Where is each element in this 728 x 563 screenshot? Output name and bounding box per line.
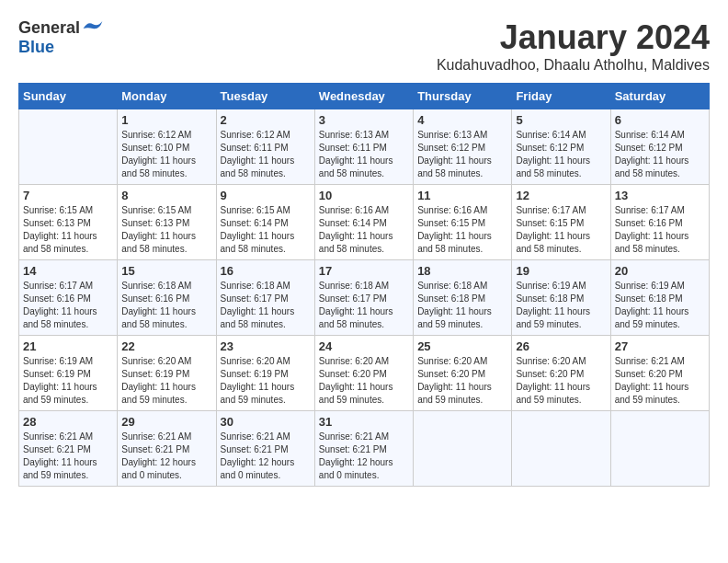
location-subtitle: Kudahuvadhoo, Dhaalu Atholhu, Maldives [437,57,710,74]
logo-bird-icon [82,19,104,38]
weekday-header-sunday: Sunday [19,84,118,109]
calendar-cell: 29Sunrise: 6:21 AM Sunset: 6:21 PM Dayli… [118,411,216,487]
weekday-header-friday: Friday [512,84,610,109]
month-title: January 2024 [437,18,710,57]
calendar-cell: 8Sunrise: 6:15 AM Sunset: 6:13 PM Daylig… [118,185,216,260]
day-number: 9 [221,189,311,202]
calendar-week-row: 21Sunrise: 6:19 AM Sunset: 6:19 PM Dayli… [19,336,710,411]
day-info: Sunrise: 6:18 AM Sunset: 6:17 PM Dayligh… [221,280,311,331]
calendar-cell [512,411,610,487]
page-header: General Blue January 2024 Kudahuvadhoo, … [18,18,710,74]
day-info: Sunrise: 6:14 AM Sunset: 6:12 PM Dayligh… [615,129,705,180]
calendar-cell: 24Sunrise: 6:20 AM Sunset: 6:20 PM Dayli… [314,336,413,411]
day-info: Sunrise: 6:20 AM Sunset: 6:19 PM Dayligh… [121,355,211,407]
calendar-cell: 5Sunrise: 6:14 AM Sunset: 6:12 PM Daylig… [512,109,610,185]
day-number: 12 [516,189,606,202]
logo-general-text: General [18,18,80,38]
day-info: Sunrise: 6:21 AM Sunset: 6:20 PM Dayligh… [615,355,705,407]
day-info: Sunrise: 6:15 AM Sunset: 6:13 PM Dayligh… [23,204,113,256]
calendar-cell: 9Sunrise: 6:15 AM Sunset: 6:14 PM Daylig… [216,185,314,260]
logo: General Blue [18,18,104,57]
day-number: 8 [121,189,211,202]
calendar-cell: 28Sunrise: 6:21 AM Sunset: 6:21 PM Dayli… [19,411,118,487]
day-info: Sunrise: 6:13 AM Sunset: 6:11 PM Dayligh… [319,129,409,180]
calendar-cell [19,109,118,185]
weekday-header-wednesday: Wednesday [314,84,413,109]
day-number: 10 [319,189,409,202]
day-number: 20 [615,264,705,278]
day-info: Sunrise: 6:20 AM Sunset: 6:20 PM Dayligh… [417,355,507,407]
logo-blue-text: Blue [18,38,54,57]
calendar-cell: 11Sunrise: 6:16 AM Sunset: 6:15 PM Dayli… [414,185,512,260]
calendar-week-row: 14Sunrise: 6:17 AM Sunset: 6:16 PM Dayli… [19,260,710,336]
day-number: 26 [516,339,606,353]
calendar-cell: 23Sunrise: 6:20 AM Sunset: 6:19 PM Dayli… [216,336,314,411]
day-number: 28 [23,415,113,429]
day-info: Sunrise: 6:17 AM Sunset: 6:16 PM Dayligh… [615,204,705,256]
day-number: 23 [221,339,311,353]
calendar-table: SundayMondayTuesdayWednesdayThursdayFrid… [18,83,710,487]
day-number: 17 [319,264,409,278]
day-info: Sunrise: 6:21 AM Sunset: 6:21 PM Dayligh… [23,431,113,482]
day-info: Sunrise: 6:18 AM Sunset: 6:17 PM Dayligh… [319,280,409,331]
day-number: 31 [319,415,409,429]
day-info: Sunrise: 6:21 AM Sunset: 6:21 PM Dayligh… [121,431,211,482]
weekday-header-row: SundayMondayTuesdayWednesdayThursdayFrid… [19,84,710,109]
title-area: January 2024 Kudahuvadhoo, Dhaalu Atholh… [437,18,710,74]
calendar-cell: 26Sunrise: 6:20 AM Sunset: 6:20 PM Dayli… [512,336,610,411]
calendar-cell: 31Sunrise: 6:21 AM Sunset: 6:21 PM Dayli… [314,411,413,487]
weekday-header-thursday: Thursday [414,84,512,109]
day-info: Sunrise: 6:16 AM Sunset: 6:14 PM Dayligh… [319,204,409,256]
day-info: Sunrise: 6:17 AM Sunset: 6:16 PM Dayligh… [23,280,113,331]
calendar-cell: 27Sunrise: 6:21 AM Sunset: 6:20 PM Dayli… [610,336,709,411]
day-info: Sunrise: 6:20 AM Sunset: 6:20 PM Dayligh… [516,355,606,407]
calendar-cell: 19Sunrise: 6:19 AM Sunset: 6:18 PM Dayli… [512,260,610,336]
day-info: Sunrise: 6:21 AM Sunset: 6:21 PM Dayligh… [319,431,409,482]
calendar-cell: 20Sunrise: 6:19 AM Sunset: 6:18 PM Dayli… [610,260,709,336]
day-info: Sunrise: 6:18 AM Sunset: 6:18 PM Dayligh… [417,280,507,331]
day-number: 19 [516,264,606,278]
day-number: 22 [121,339,211,353]
calendar-cell [610,411,709,487]
calendar-week-row: 1Sunrise: 6:12 AM Sunset: 6:10 PM Daylig… [19,109,710,185]
weekday-header-saturday: Saturday [610,84,709,109]
day-number: 29 [121,415,211,429]
calendar-week-row: 28Sunrise: 6:21 AM Sunset: 6:21 PM Dayli… [19,411,710,487]
calendar-cell: 15Sunrise: 6:18 AM Sunset: 6:16 PM Dayli… [118,260,216,336]
calendar-cell: 6Sunrise: 6:14 AM Sunset: 6:12 PM Daylig… [610,109,709,185]
calendar-cell: 21Sunrise: 6:19 AM Sunset: 6:19 PM Dayli… [19,336,118,411]
day-number: 11 [417,189,507,202]
day-number: 5 [516,113,606,127]
calendar-cell: 17Sunrise: 6:18 AM Sunset: 6:17 PM Dayli… [314,260,413,336]
day-info: Sunrise: 6:16 AM Sunset: 6:15 PM Dayligh… [417,204,507,256]
day-number: 1 [121,113,211,127]
day-info: Sunrise: 6:13 AM Sunset: 6:12 PM Dayligh… [417,129,507,180]
day-info: Sunrise: 6:19 AM Sunset: 6:19 PM Dayligh… [23,355,113,407]
day-number: 25 [417,339,507,353]
day-info: Sunrise: 6:19 AM Sunset: 6:18 PM Dayligh… [516,280,606,331]
day-info: Sunrise: 6:14 AM Sunset: 6:12 PM Dayligh… [516,129,606,180]
calendar-cell: 14Sunrise: 6:17 AM Sunset: 6:16 PM Dayli… [19,260,118,336]
day-number: 18 [417,264,507,278]
day-number: 4 [417,113,507,127]
day-info: Sunrise: 6:18 AM Sunset: 6:16 PM Dayligh… [121,280,211,331]
day-info: Sunrise: 6:21 AM Sunset: 6:21 PM Dayligh… [221,431,311,482]
day-info: Sunrise: 6:20 AM Sunset: 6:19 PM Dayligh… [221,355,311,407]
day-number: 30 [221,415,311,429]
day-info: Sunrise: 6:15 AM Sunset: 6:14 PM Dayligh… [221,204,311,256]
calendar-cell: 10Sunrise: 6:16 AM Sunset: 6:14 PM Dayli… [314,185,413,260]
calendar-cell: 30Sunrise: 6:21 AM Sunset: 6:21 PM Dayli… [216,411,314,487]
day-number: 13 [615,189,705,202]
day-number: 27 [615,339,705,353]
weekday-header-tuesday: Tuesday [216,84,314,109]
calendar-cell: 18Sunrise: 6:18 AM Sunset: 6:18 PM Dayli… [414,260,512,336]
day-number: 24 [319,339,409,353]
calendar-cell: 16Sunrise: 6:18 AM Sunset: 6:17 PM Dayli… [216,260,314,336]
calendar-cell: 3Sunrise: 6:13 AM Sunset: 6:11 PM Daylig… [314,109,413,185]
weekday-header-monday: Monday [118,84,216,109]
day-info: Sunrise: 6:17 AM Sunset: 6:15 PM Dayligh… [516,204,606,256]
day-number: 6 [615,113,705,127]
calendar-cell: 12Sunrise: 6:17 AM Sunset: 6:15 PM Dayli… [512,185,610,260]
calendar-cell [414,411,512,487]
day-number: 3 [319,113,409,127]
